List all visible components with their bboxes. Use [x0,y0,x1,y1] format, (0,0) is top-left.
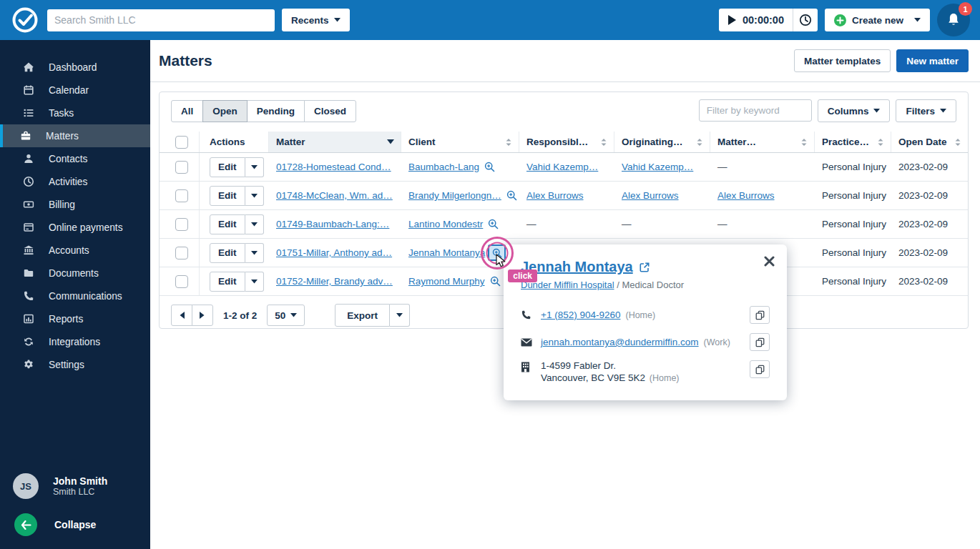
contact-company-link[interactable]: Dunder Mifflin Hospital [521,280,614,290]
sidebar-item-matters[interactable]: Matters [0,124,150,147]
edit-dropdown-button[interactable] [245,186,264,206]
sidebar-item-activities[interactable]: Activities [0,170,150,193]
create-new-button[interactable]: Create new [825,9,930,31]
edit-button[interactable]: Edit [210,272,245,292]
edit-button[interactable]: Edit [210,214,245,234]
contact-quick-view-icon-active[interactable]: click [488,244,506,261]
sidebar-item-tasks[interactable]: Tasks [0,102,150,124]
contact-quick-view-icon[interactable] [488,219,499,229]
contact-quick-view-icon[interactable] [484,162,495,172]
column-header-matter[interactable]: Matter [269,132,401,152]
edit-dropdown-button[interactable] [245,272,264,292]
matter-link[interactable]: 01728-Homestead Cond… [276,162,391,172]
column-header-practice[interactable]: Practice… [815,132,891,152]
notifications-button[interactable]: 1 [937,4,970,36]
responsible-link[interactable]: Alex Burrows [526,190,584,201]
copy-icon [755,337,765,347]
matter-desc-link[interactable]: Alex Burrows [717,190,775,201]
sort-desc-icon [387,139,394,144]
contact-email-link[interactable]: jennah.montanya@dundermiffin.com [541,337,699,347]
row-checkbox[interactable] [175,189,188,202]
recents-button[interactable]: Recents [282,9,350,31]
row-checkbox[interactable] [175,275,188,288]
column-header-matter-desc[interactable]: Matter… [710,132,815,152]
sidebar-item-contacts[interactable]: Contacts [0,147,150,170]
select-all-checkbox[interactable] [175,136,188,149]
row-checkbox[interactable] [175,161,188,174]
collapse-label: Collapse [54,519,96,530]
practice-area-cell: Personal Injury [822,219,886,229]
contact-quick-view-icon[interactable] [490,276,501,287]
close-popover-button[interactable] [763,254,775,267]
external-link-icon[interactable] [639,262,650,273]
export-button[interactable]: Export [335,304,390,327]
originating-link[interactable]: Vahid Kazemp… [622,162,693,172]
contact-quick-view-icon[interactable] [506,190,517,201]
client-link[interactable]: Raymond Murphy [408,276,485,287]
edit-button[interactable]: Edit [210,157,245,177]
row-checkbox[interactable] [175,247,188,259]
export-dropdown-button[interactable] [390,304,410,327]
contact-phone-link[interactable]: +1 (852) 904-9260 [541,310,620,320]
practice-area-cell: Personal Injury [822,247,886,258]
filters-button[interactable]: Filters [896,99,956,122]
client-link[interactable]: Brandy Milgerlongn… [408,190,501,201]
sidebar-item-accounts[interactable]: Accounts [0,239,150,262]
page-size-select[interactable]: 50 [267,305,305,326]
column-header-client[interactable]: Client [401,132,519,152]
phone-icon [23,290,34,302]
copy-address-button[interactable] [750,360,770,378]
column-header-originating[interactable]: Originating… [614,132,710,152]
edit-dropdown-button[interactable] [245,157,264,177]
matter-link[interactable]: 01749-Baumbach-Lang:… [276,219,389,229]
tab-open[interactable]: Open [202,100,248,122]
edit-button[interactable]: Edit [210,243,245,263]
open-date-cell: 2023-02-09 [898,219,948,229]
sidebar-item-reports[interactable]: Reports [0,307,150,330]
new-matter-button[interactable]: New matter [896,49,969,72]
previous-page-button[interactable] [171,305,192,326]
tab-closed[interactable]: Closed [304,100,356,122]
sidebar-item-settings[interactable]: Settings [0,353,150,376]
row-checkbox[interactable] [175,218,188,231]
matter-link[interactable]: 01752-Miller, Brandy adv… [276,276,393,287]
filter-keyword-input[interactable] [699,99,812,122]
column-header-open-date[interactable]: Open Date [891,132,968,152]
copy-phone-button[interactable] [750,306,770,324]
tab-all[interactable]: All [171,100,203,122]
matter-link[interactable]: 01751-Millar, Anthony ad… [276,247,392,258]
edit-dropdown-button[interactable] [245,243,264,263]
matter-link[interactable]: 01748-McClean, Wm. ad… [276,190,393,201]
edit-button[interactable]: Edit [210,186,245,206]
sidebar-item-calendar[interactable]: Calendar [0,79,150,102]
originating-link[interactable]: Alex Burrows [622,190,679,201]
user-profile[interactable]: JS John Smith Smith LLC [0,473,150,499]
tab-pending[interactable]: Pending [247,100,305,122]
copy-email-button[interactable] [750,333,770,351]
sidebar-item-documents[interactable]: Documents [0,262,150,285]
responsible-link[interactable]: Vahid Kazemp… [526,162,598,172]
client-link[interactable]: Lantino Mondestr [408,219,483,229]
columns-button[interactable]: Columns [818,99,891,122]
edit-dropdown-button[interactable] [245,214,264,234]
sidebar-item-dashboard[interactable]: Dashboard [0,56,150,79]
column-header-responsible[interactable]: Responsibl… [519,132,614,152]
search-input[interactable] [47,9,275,31]
client-link[interactable]: Baumbach-Lang [408,162,479,172]
contact-quick-view-popover: Jennah Montaya Dunder Mifflin Hospital /… [504,244,787,400]
matter-templates-button[interactable]: Matter templates [794,49,891,72]
collapse-sidebar-button[interactable]: Collapse [0,513,150,536]
chevron-down-icon [251,280,258,284]
sort-both-icon [600,138,607,147]
client-link[interactable]: Jennah Montanya [408,247,485,258]
sidebar-item-communications[interactable]: Communications [0,285,150,307]
sidebar-item-integrations[interactable]: Integrations [0,330,150,353]
timer-clock-button[interactable] [793,9,818,31]
contact-name-link[interactable]: Jennah Montaya [521,259,633,275]
timer-start-button[interactable]: 00:00:00 [719,9,793,31]
sidebar-item-billing[interactable]: Billing [0,193,150,216]
chevron-down-icon [251,194,258,198]
page-title: Matters [159,52,212,69]
next-page-button[interactable] [192,305,213,326]
sidebar-item-online-payments[interactable]: Online payments [0,216,150,239]
